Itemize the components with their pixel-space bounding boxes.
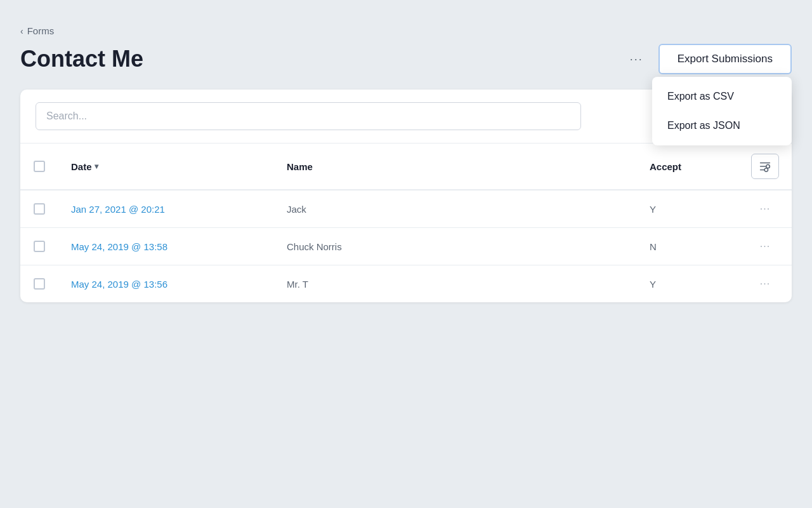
row-actions-cell: ··· <box>738 228 792 265</box>
submissions-table: Date ▾ Name Accept <box>20 144 792 302</box>
breadcrumb-label: Forms <box>27 25 55 36</box>
name-column-label: Name <box>287 161 313 172</box>
date-column-label: Date <box>71 161 92 172</box>
more-options-button[interactable]: ··· <box>625 50 648 69</box>
date-link[interactable]: May 24, 2019 @ 13:56 <box>71 279 167 290</box>
row-more-button[interactable]: ··· <box>755 276 775 292</box>
header-checkbox-cell <box>20 144 58 190</box>
row-date: Jan 27, 2021 @ 20:21 <box>58 190 274 228</box>
row-actions-cell: ··· <box>738 265 792 303</box>
search-input[interactable] <box>36 102 581 130</box>
page-title: Contact Me <box>20 46 143 72</box>
page-header: Contact Me ··· Export Submissions Export… <box>20 44 792 74</box>
column-filter-button[interactable] <box>751 154 779 179</box>
filter-icon <box>758 159 772 173</box>
header-date: Date ▾ <box>58 144 274 190</box>
export-submissions-button[interactable]: Export Submissions <box>658 44 792 74</box>
header-actions: ··· Export Submissions Export as CSV Exp… <box>625 44 792 74</box>
row-checkbox[interactable] <box>34 203 45 215</box>
row-accept: Y <box>637 190 738 228</box>
accept-column-label: Accept <box>650 161 681 172</box>
row-checkbox-cell <box>20 265 58 303</box>
row-more-button[interactable]: ··· <box>755 238 775 255</box>
header-actions-col <box>738 144 792 190</box>
row-name: Mr. T <box>274 265 637 303</box>
row-date: May 24, 2019 @ 13:58 <box>58 228 274 265</box>
table-row: May 24, 2019 @ 13:58 Chuck Norris N ··· <box>20 228 792 265</box>
breadcrumb[interactable]: ‹ Forms <box>20 25 792 36</box>
table-header-row: Date ▾ Name Accept <box>20 144 792 190</box>
row-name: Jack <box>274 190 637 228</box>
row-accept: Y <box>637 265 738 303</box>
select-all-checkbox[interactable] <box>34 161 45 172</box>
row-name: Chuck Norris <box>274 228 637 265</box>
row-checkbox-cell <box>20 228 58 265</box>
row-accept: N <box>637 228 738 265</box>
svg-point-3 <box>766 164 770 168</box>
svg-point-4 <box>764 168 768 172</box>
date-link[interactable]: Jan 27, 2021 @ 20:21 <box>71 204 165 215</box>
export-dropdown-menu: Export as CSV Export as JSON <box>652 77 792 145</box>
row-more-button[interactable]: ··· <box>755 201 775 217</box>
table-row: Jan 27, 2021 @ 20:21 Jack Y ··· <box>20 190 792 228</box>
date-link[interactable]: May 24, 2019 @ 13:58 <box>71 241 167 252</box>
export-csv-item[interactable]: Export as CSV <box>652 82 792 111</box>
export-dropdown-container: Export Submissions Export as CSV Export … <box>658 44 792 74</box>
header-name: Name <box>274 144 637 190</box>
sort-icon: ▾ <box>95 162 98 171</box>
sort-date-button[interactable]: Date ▾ <box>71 161 261 172</box>
table-row: May 24, 2019 @ 13:56 Mr. T Y ··· <box>20 265 792 303</box>
row-actions-cell: ··· <box>738 190 792 228</box>
row-checkbox-cell <box>20 190 58 228</box>
back-arrow-icon: ‹ <box>20 26 23 36</box>
export-json-item[interactable]: Export as JSON <box>652 111 792 140</box>
row-date: May 24, 2019 @ 13:56 <box>58 265 274 303</box>
header-accept: Accept <box>637 144 738 190</box>
row-checkbox[interactable] <box>34 278 45 290</box>
row-checkbox[interactable] <box>34 241 45 252</box>
